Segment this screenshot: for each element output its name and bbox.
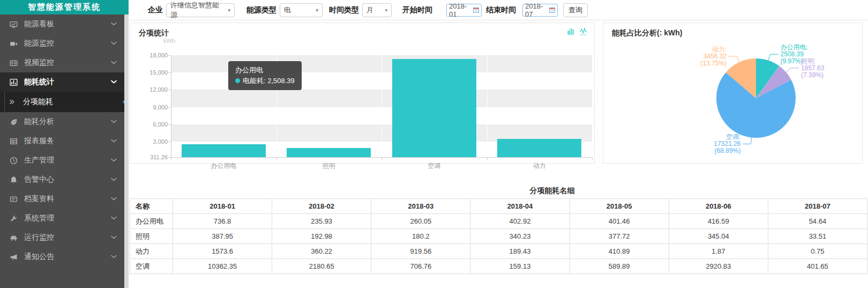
chevron-down-icon: ▾ [385,8,387,13]
sidebar-item-notice-board[interactable]: 通知公告 [0,247,124,267]
table-cell: 360.22 [272,244,371,259]
chevron-down-icon: ▾ [228,8,230,13]
bar-0[interactable] [182,144,266,157]
sidebar-item-label: 视频监控 [24,58,54,68]
chevron-down-icon [111,80,117,84]
table-cell: 345.04 [669,229,768,244]
chevron-down-icon [111,42,117,46]
y-tick-mark [168,90,171,90]
table-cell: 192.98 [272,229,371,244]
sidebar-item-production-mgmt[interactable]: 生产管理 [0,151,124,170]
sidebar-item-energy-stats[interactable]: 能耗统计 [0,72,124,92]
sidebar-item-alarm-center[interactable]: 告警中心 [0,170,124,189]
y-tick-mark [168,107,171,108]
pie-slice-label: 空调:17321.26(68.89%) [714,133,740,154]
time-type-select[interactable]: 月 ▾ [362,3,392,17]
x-tick-mark [381,157,382,160]
x-tick-label: 照明 [323,161,335,171]
pie-chart-title: 能耗占比分析(: kWh) [612,28,682,38]
sidebar: 智慧能源管理系统 能源看板能源监控视频监控能耗统计分项能耗能耗分析报表服务生产管… [0,0,129,288]
table-cell: 54.64 [768,214,867,229]
x-tick-mark [171,157,171,160]
pie-chart: 办公用电:2508.39(9.97%)照明:1857.63(7.39%)空调:1… [603,23,862,163]
sidebar-item-system-mgmt[interactable]: 系统管理 [0,209,124,228]
table-row: 办公用电736.8235.93260.05402.92401.46416.595… [130,214,867,229]
table-cell: 235.93 [272,214,371,229]
table-header-row: 名称2018-012018-022018-032018-042018-05201… [130,199,867,214]
sidebar-item-energy-dashboard[interactable]: 能源看板 [0,14,124,34]
sidebar-item-label: 告警中心 [24,175,54,184]
time-type-select-value: 月 [366,5,373,15]
sidebar-item-energy-monitor[interactable]: 能源监控 [0,34,124,53]
table-header-cell: 名称 [130,199,173,214]
table-row: 照明387.95192.98180.2340.23377.72345.0433.… [130,229,867,244]
archive-icon [10,195,19,203]
sidebar-item-label: 能耗统计 [24,77,54,87]
table-row: 动力1573.6360.22919.56189.43410.891.870.75 [130,244,867,259]
chevron-down-icon [111,217,117,220]
table-header-cell: 2018-04 [470,199,570,214]
y-tick-mark [168,72,171,73]
table-header-cell: 2018-02 [272,199,371,214]
bar-2[interactable] [392,59,476,157]
x-tick-label: 空调 [428,161,440,171]
energy-type-select[interactable]: 电 ▾ [280,3,323,17]
y-tick-label: 9,000 [137,104,168,110]
x-tick-mark [276,157,277,160]
table-cell: 402.92 [470,214,570,229]
tooltip-series-line: 电能耗: 2,508.39 [235,76,295,86]
chevron-down-icon [111,255,117,259]
megaphone-icon [10,253,19,261]
sidebar-item-label: 系统管理 [24,213,54,223]
sidebar-item-report-service[interactable]: 报表服务 [0,131,124,151]
pie-label-line [729,56,739,62]
bar-3[interactable] [497,139,581,157]
sidebar-item-energy-analysis[interactable]: 能耗分析 [0,112,124,131]
table-cell: 10362.35 [173,259,272,274]
table-cell: 401.65 [768,259,867,274]
table-cell: 1.87 [669,244,768,259]
table-cell: 159.13 [470,259,570,274]
table-cell: 377.72 [570,229,669,244]
query-button[interactable]: 查询 [563,3,588,17]
enterprise-select[interactable]: 许继信息智慧能源 ▾ [166,3,235,17]
table-cell: 706.76 [371,259,470,274]
table-header-cell: 2018-05 [570,199,669,214]
table-cell: 260.05 [371,214,470,229]
calendar-icon [549,7,555,13]
sidebar-item-label: 分项能耗 [23,97,53,107]
x-tick-label: 动力 [533,161,546,171]
tooltip-series-value: 电能耗: 2,508.39 [243,77,295,85]
bar-chart-toggle-icon[interactable] [567,27,575,35]
sidebar-item-label: 报表服务 [24,136,54,146]
sidebar-item-sub-energy-items[interactable]: 分项能耗 [0,92,124,112]
table-cell: 2180.65 [272,259,371,274]
y-tick-label: 6,000 [137,121,168,128]
table-cell: 0.75 [768,244,867,259]
end-date-input[interactable]: 2018-07 [522,4,558,17]
sidebar-scrollbar[interactable] [124,14,129,288]
enterprise-label: 企业 [148,5,163,15]
y-tick-mark [168,142,171,142]
detail-table: 名称2018-012018-022018-032018-042018-05201… [130,198,867,274]
detail-table-section: 分项能耗名细 名称2018-012018-022018-032018-04201… [130,186,867,274]
table-header-cell: 2018-07 [768,199,867,214]
bar-chart: 18,00015,00012,0009,0006,0003,000311.26办… [130,23,594,163]
energy-type-select-value: 电 [284,5,291,15]
table-cell: 340.23 [470,229,570,244]
sidebar-item-operation-monitor[interactable]: 运行监控 [0,228,124,247]
line-chart-toggle-icon[interactable] [579,27,588,35]
table-header-cell: 2018-06 [669,199,768,214]
chevron-down-icon [111,197,117,201]
time-type-label: 时间类型 [329,5,359,15]
energy-type-label: 能源类型 [246,5,276,15]
start-date-input[interactable]: 2018-01 [446,4,482,17]
bar-1[interactable] [287,148,371,157]
film-icon [10,59,19,67]
sidebar-item-video-monitor[interactable]: 视频监控 [0,53,124,72]
x-tick-mark [592,157,593,160]
sidebar-item-label: 通知公告 [24,252,54,262]
table-cell: 2920.83 [669,259,768,274]
series-dot-icon [235,78,240,83]
sidebar-item-archive-data[interactable]: 档案资料 [0,189,124,209]
